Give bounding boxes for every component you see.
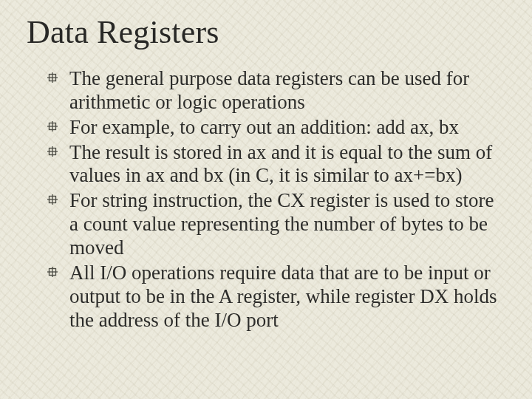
list-item-text: For string instruction, the CX register … xyxy=(69,189,494,259)
list-item: For string instruction, the CX register … xyxy=(47,189,504,260)
list-item: All I/O operations require data that are… xyxy=(47,262,504,332)
bullet-icon xyxy=(47,121,58,132)
bullet-list: The general purpose data registers can b… xyxy=(25,67,507,332)
bullet-icon xyxy=(47,72,58,83)
list-item-text: The general purpose data registers can b… xyxy=(69,67,469,113)
list-item-text: For example, to carry out an addition: a… xyxy=(69,116,459,138)
list-item: For example, to carry out an addition: a… xyxy=(47,116,504,140)
bullet-icon xyxy=(47,194,58,205)
list-item: The result is stored in ax and it is equ… xyxy=(47,141,504,188)
list-item: The general purpose data registers can b… xyxy=(47,67,504,115)
list-item-text: All I/O operations require data that are… xyxy=(69,262,497,331)
bullet-icon xyxy=(47,267,58,277)
list-item-text: The result is stored in ax and it is equ… xyxy=(69,141,492,187)
slide: Data Registers The general purpose data … xyxy=(0,0,532,399)
slide-title: Data Registers xyxy=(27,13,507,51)
bullet-icon xyxy=(47,146,58,157)
